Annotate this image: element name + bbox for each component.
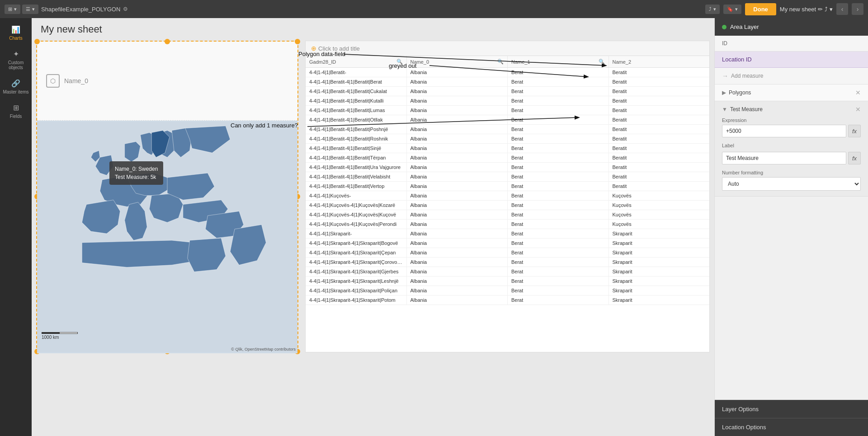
table-cell: Berat [508, 220, 609, 229]
table-row[interactable]: 4-4|1-4|1|Skraparit-4|1|Skraparit|Gjerbe… [306, 267, 709, 277]
add-measure-row[interactable]: → Add measure [715, 68, 868, 84]
table-row[interactable]: 4-4|1-4|1|Beratit-4|1|Beratit|TërpanAlba… [306, 153, 709, 163]
table-cell: 4-4|1-4|1|Skraparit- [306, 229, 407, 238]
prev-sheet-button[interactable]: ‹ [836, 3, 848, 15]
map-visual[interactable]: Name_0: Sweden Test Measure: 5k 1000 km … [37, 121, 297, 353]
test-measure-close-button[interactable]: ✕ [855, 106, 861, 113]
table-cell: 4-4|1-4|1|Beratit-4|1|Beratit|Cukalat [306, 87, 407, 96]
table-row[interactable]: 4-4|1-4|1|Beratit-4|1|Beratit|BeratAlban… [306, 77, 709, 87]
expression-fx-button[interactable]: fx [848, 125, 861, 137]
table-cell: Beratit [609, 153, 710, 162]
label-fx-button[interactable]: fx [848, 152, 861, 164]
table-row[interactable]: 4-4|1-4|1|Beratit-4|1|Beratit|Ura Vajgur… [306, 163, 709, 172]
table-row[interactable]: 4-4|1-4|1|Kuçovës-4|1|Kuçovës|KuçovëAlba… [306, 210, 709, 220]
polygons-row[interactable]: ▶ Polygons ✕ [715, 84, 868, 101]
table-row[interactable]: 4-4|1-4|1|Beratit-4|1|Beratit|OtllakAlba… [306, 115, 709, 125]
sidebar-item-charts[interactable]: 📊 Charts [0, 22, 32, 44]
table-cell: Albania [407, 68, 508, 77]
left-sidebar: 📊 Charts ✦ Custom objects 🔗 Master items… [0, 18, 32, 436]
app-menu-button[interactable]: ⊞ ▾ [5, 5, 20, 14]
table-row[interactable]: 4-4|1-4|1|Skraparit-4|1|Skraparit|Bogovë… [306, 239, 709, 248]
col-search-gadm28id[interactable]: 🔍 [396, 59, 403, 65]
table-body[interactable]: 4-4|1-4|1|Beratit-AlbaniaBeratBeratit4-4… [306, 68, 709, 348]
table-row[interactable]: 4-4|1-4|1|Skraparit-4|1|Skraparit|Çorovo… [306, 258, 709, 267]
next-sheet-button[interactable]: › [852, 3, 863, 15]
table-cell: Beratit [609, 115, 710, 124]
col-search-name0[interactable]: 🔍 [497, 59, 504, 65]
table-cell: Berat [508, 267, 609, 276]
table-row[interactable]: 4-4|1-4|1|Beratit-4|1|Beratit|KutalliAlb… [306, 96, 709, 106]
resize-handle-tc[interactable] [165, 39, 170, 44]
table-cell: Beratit [609, 163, 710, 172]
sidebar-item-fields[interactable]: ⊞ Fields [0, 100, 32, 122]
table-row[interactable]: 4-4|1-4|1|Kuçovës-4|1|Kuçovës|PerondiAlb… [306, 220, 709, 229]
table-cell: 4-4|1-4|1|Beratit-4|1|Beratit|Otllak [306, 115, 407, 124]
resize-handle-tl[interactable] [34, 39, 40, 44]
table-row[interactable]: 4-4|1-4|1|Skraparit-4|1|Skraparit|PotomA… [306, 295, 709, 305]
table-row[interactable]: 4-4|1-4|1|Beratit-4|1|Beratit|VertopAlba… [306, 182, 709, 191]
table-row[interactable]: 4-4|1-4|1|Skraparit-4|1|Skraparit|ÇepanA… [306, 248, 709, 258]
table-cell: Beratit [609, 106, 710, 115]
test-measure-header[interactable]: ▼ Test Measure ✕ [715, 101, 868, 117]
table-row[interactable]: 4-4|1-4|1|Beratit-4|1|Beratit|CukalatAlb… [306, 87, 709, 96]
sheet-chevron-icon: ▾ [830, 6, 833, 13]
table-row[interactable]: 4-4|1-4|1|Kuçovës-AlbaniaBeratKuçovës [306, 191, 709, 201]
table-row[interactable]: 4-4|1-4|1|Beratit-4|1|Beratit|LumasAlban… [306, 106, 709, 115]
expression-input-row: fx [722, 125, 861, 137]
map-svg [37, 121, 297, 353]
table-row[interactable]: 4-4|1-4|1|Beratit-AlbaniaBeratBeratit [306, 68, 709, 77]
table-row[interactable]: 4-4|1-4|1|Kuçovës-4|1|Kuçovës|KozarëAlba… [306, 201, 709, 210]
table-cell: Berat [508, 286, 609, 295]
location-id-section[interactable]: Location ID [715, 52, 868, 68]
map-tooltip: Name_0: Sweden Test Measure: 5k [109, 161, 163, 185]
id-section: ID [715, 36, 868, 52]
label-section: Label fx [715, 143, 868, 170]
col-header-name0: Name_0 🔍 [407, 56, 508, 67]
table-cell: Albania [407, 239, 508, 248]
table-cell: Albania [407, 182, 508, 191]
list-icon: ☰ [26, 6, 30, 12]
sheet-name-display: My new sheet ✏ ⤴ ▾ [780, 6, 833, 13]
expression-input[interactable] [722, 125, 846, 137]
test-measure-expanded: ▼ Test Measure ✕ Expression fx Label fx … [715, 101, 868, 197]
col-search-name1[interactable]: 🔍 [599, 59, 605, 65]
table-row[interactable]: 4-4|1-4|1|Beratit-4|1|Beratit|SinjëAlban… [306, 144, 709, 153]
table-row[interactable]: 4-4|1-4|1|Beratit-4|1|Beratit|PoshnjëAlb… [306, 125, 709, 134]
location-id-label: Location ID [722, 56, 752, 63]
sidebar-item-custom-objects[interactable]: ✦ Custom objects [0, 46, 32, 74]
table-cell: 4-4|1-4|1|Kuçovës- [306, 191, 407, 200]
table-cell: 4-4|1-4|1|Skraparit-4|1|Skraparit|Leshnj… [306, 277, 407, 286]
table-cell: Berat [508, 163, 609, 172]
polygons-label: Polygons [729, 89, 751, 96]
label-input[interactable] [722, 152, 846, 164]
polygon-icon: ⬡ [46, 74, 60, 88]
table-row[interactable]: 4-4|1-4|1|Beratit-4|1|Beratit|VelabishtA… [306, 172, 709, 182]
expression-label: Expression [722, 117, 861, 123]
table-row[interactable]: 4-4|1-4|1|Beratit-4|1|Beratit|RoshnikAlb… [306, 134, 709, 144]
sidebar-item-master-items[interactable]: 🔗 Master items [0, 75, 32, 98]
col-header-gadm28id: Gadm28_ID 🔍 [306, 56, 407, 67]
polygons-close-button[interactable]: ✕ [855, 89, 861, 96]
done-button[interactable]: Done [745, 3, 776, 15]
table-cell: 4-4|1-4|1|Skraparit-4|1|Skraparit|Bogovë [306, 239, 407, 248]
location-options-section[interactable]: Location Options [715, 418, 868, 436]
col-label-gadm28id: Gadm28_ID [309, 59, 336, 65]
table-cell: Kuçovës [609, 210, 710, 219]
table-row[interactable]: 4-4|1-4|1|Skraparit-4|1|Skraparit|Leshnj… [306, 277, 709, 286]
master-items-label: Master items [3, 89, 28, 94]
table-row[interactable]: 4-4|1-4|1|Skraparit-AlbaniaBeratSkrapari… [306, 229, 709, 239]
table-cell: Skraparit [609, 229, 710, 238]
table-cell: Skraparit [609, 277, 710, 286]
number-format-select[interactable]: AutoNumberMoneyDateDurationCustom [722, 177, 861, 191]
bookmark-button[interactable]: 🔖 ▾ [723, 5, 741, 14]
main-canvas: My new sheet ⬡ Name_0 [32, 18, 714, 436]
resize-handle-tr[interactable] [295, 39, 300, 44]
share-button[interactable]: ⤴ ▾ [705, 5, 720, 14]
table-cell: Berat [508, 248, 609, 257]
table-row[interactable]: 4-4|1-4|1|Skraparit-4|1|Skraparit|Poliça… [306, 286, 709, 295]
sheet-share-icon: ⤴ [825, 6, 828, 13]
layer-options-section[interactable]: Layer Options [715, 400, 868, 418]
click-to-add-title[interactable]: Click to add title [318, 45, 360, 52]
view-toggle-button[interactable]: ☰ ▾ [22, 5, 38, 14]
map-scale: 1000 km [42, 332, 78, 340]
